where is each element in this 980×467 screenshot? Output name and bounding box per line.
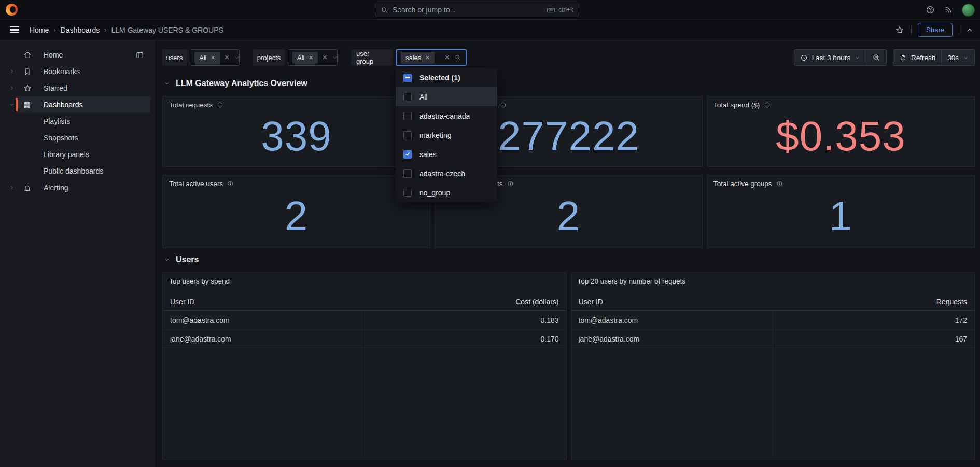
dropdown-option-no-group[interactable]: no_group — [396, 183, 497, 202]
section-title: Users — [176, 255, 199, 264]
breadcrumb-bar: Home › Dashboards › LLM Gateway USERS & … — [0, 20, 980, 40]
checkbox-unchecked[interactable] — [403, 169, 412, 178]
checkbox-checked[interactable] — [403, 150, 412, 159]
filter-users-label: users — [162, 49, 187, 66]
chevron-down-icon — [164, 257, 170, 263]
filter-users-value[interactable]: All× × — [190, 49, 240, 66]
breadcrumb-home[interactable]: Home — [30, 26, 49, 34]
search-input[interactable]: Search or jump to... ctrl+k — [375, 3, 579, 17]
column-header-user-id[interactable]: User ID — [579, 298, 603, 306]
dropdown-option-label: adastra-canada — [419, 112, 470, 120]
column-header-requests[interactable]: Requests — [936, 298, 967, 306]
user-avatar[interactable] — [962, 4, 975, 17]
chevron-down-icon[interactable] — [5, 102, 19, 108]
chevron-down-icon[interactable] — [234, 54, 240, 61]
bookmark-icon — [19, 67, 36, 76]
stat-panel-total-active-groups: Total active groups1 — [707, 175, 975, 248]
sidebar-item-label: Dashboards — [44, 101, 83, 109]
table-cell: tom@adastra.com — [170, 316, 230, 324]
sidebar-item-label: Library panels — [44, 150, 89, 159]
share-button[interactable]: Share — [918, 23, 953, 37]
breadcrumb-dashboards[interactable]: Dashboards — [61, 26, 100, 34]
dropdown-option-marketing[interactable]: marketing — [396, 125, 497, 145]
zoom-out-button[interactable] — [866, 50, 886, 65]
table-cell: tom@adastra.com — [579, 316, 638, 324]
refresh-icon — [899, 54, 907, 62]
sidebar-item-label: Starred — [44, 84, 67, 92]
refresh-interval-picker[interactable]: 30s — [941, 50, 974, 65]
sidebar-item-playlists[interactable]: Playlists — [0, 113, 150, 130]
refresh-button[interactable]: Refresh — [893, 50, 941, 65]
stat-panel-total-spend-: Total spend ($)$0.353 — [707, 96, 975, 167]
table-cell: 167 — [955, 335, 967, 343]
filter-projects-value[interactable]: All× × — [288, 49, 338, 66]
dropdown-option-label: no_group — [419, 189, 450, 197]
breadcrumb-separator: › — [104, 26, 106, 34]
time-range-picker[interactable]: Last 3 hours — [794, 50, 866, 65]
sidebar-item-snapshots[interactable]: Snapshots — [0, 130, 150, 146]
clear-filter-icon[interactable]: × — [445, 53, 450, 62]
section-overview-header[interactable]: LLM Gateway Analytics Overview — [164, 79, 975, 88]
sidebar-item-public-dashboards[interactable]: Public dashboards — [0, 163, 150, 179]
sidebar-item-dashboards[interactable]: Dashboards — [0, 96, 150, 113]
sidebar-item-library-panels[interactable]: Library panels — [0, 146, 150, 163]
stat-value: 2 — [163, 185, 430, 248]
filter-projects: projects All× × — [253, 49, 338, 66]
dropdown-selected-header[interactable]: Selected (1) — [396, 68, 497, 87]
column-header-cost-dollars-[interactable]: Cost (dollars) — [515, 298, 558, 306]
dropdown-option-sales[interactable]: sales — [396, 145, 497, 164]
stat-panel-total-active-users: Total active users2 — [162, 175, 430, 248]
dropdown-option-label: adastra-czech — [419, 169, 465, 178]
star-icon — [19, 83, 36, 93]
remove-value-icon[interactable]: × — [211, 54, 215, 61]
search-icon — [381, 6, 388, 14]
dock-menu-icon[interactable] — [135, 51, 144, 60]
help-icon[interactable] — [926, 5, 935, 15]
filter-user-group-label: user group — [351, 49, 393, 66]
table-cell: 172 — [955, 316, 967, 324]
filter-user-group-value[interactable]: sales× × — [396, 49, 467, 66]
column-header-user-id[interactable]: User ID — [170, 298, 194, 306]
news-rss-icon[interactable] — [944, 5, 953, 15]
keyboard-icon — [547, 6, 555, 15]
checkbox-unchecked[interactable] — [403, 131, 412, 139]
section-users-header[interactable]: Users — [164, 255, 975, 264]
sidebar-item-alerting[interactable]: Alerting — [0, 179, 150, 196]
navigation-sidebar: HomeBookmarksStarredDashboardsPlaylistsS… — [0, 40, 156, 467]
clear-filter-icon[interactable]: × — [225, 53, 229, 62]
collapse-toolbar-icon[interactable] — [965, 26, 974, 34]
breadcrumb: Home › Dashboards › LLM Gateway USERS & … — [30, 26, 223, 34]
dropdown-option-adastra-canada[interactable]: adastra-canada — [396, 106, 497, 125]
sidebar-item-starred[interactable]: Starred — [0, 80, 150, 96]
chevron-right-icon[interactable] — [5, 185, 19, 191]
filter-pill: sales× — [401, 52, 435, 64]
sidebar-item-label: Bookmarks — [44, 67, 80, 76]
filter-pill: All× — [292, 52, 318, 64]
dropdown-option-all[interactable]: All — [396, 87, 497, 106]
search-shortcut: ctrl+k — [547, 6, 573, 15]
dropdown-option-label: marketing — [419, 131, 451, 139]
chevron-right-icon[interactable] — [5, 85, 19, 91]
star-dashboard-icon[interactable] — [894, 25, 905, 35]
dropdown-option-label: sales — [419, 150, 437, 159]
table-panel-top-users-by-spend: Top users by spendUser IDCost (dollars)t… — [162, 272, 567, 460]
stat-value: 339 — [163, 106, 430, 166]
chevron-right-icon[interactable] — [5, 68, 19, 75]
checkbox-unchecked[interactable] — [403, 112, 412, 120]
checkbox-indeterminate[interactable] — [403, 74, 412, 82]
dropdown-option-adastra-czech[interactable]: adastra-czech — [396, 164, 497, 183]
chevron-down-icon — [164, 80, 170, 87]
checkbox-unchecked[interactable] — [403, 93, 412, 101]
grid-icon — [19, 101, 36, 109]
remove-value-icon[interactable]: × — [309, 54, 313, 61]
filter-users: users All× × — [162, 49, 240, 66]
clear-filter-icon[interactable]: × — [323, 53, 327, 62]
checkbox-unchecked[interactable] — [403, 189, 412, 197]
chevron-down-icon[interactable] — [332, 54, 338, 61]
menu-toggle-icon[interactable] — [10, 26, 19, 33]
sidebar-item-bookmarks[interactable]: Bookmarks — [0, 63, 150, 80]
remove-value-icon[interactable]: × — [425, 54, 429, 61]
column-divider — [365, 311, 365, 457]
grafana-logo[interactable] — [6, 4, 18, 16]
sidebar-item-home[interactable]: Home — [0, 47, 150, 63]
